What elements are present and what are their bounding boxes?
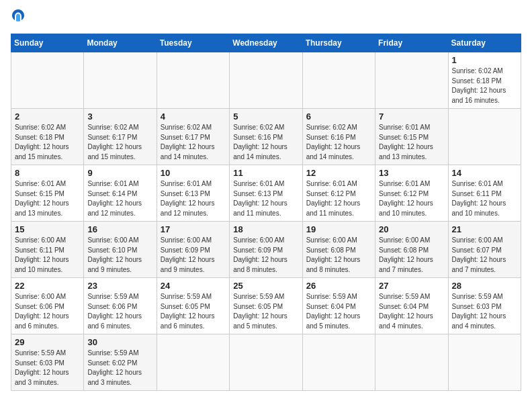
calendar-cell	[448, 334, 521, 391]
calendar-cell: 17Sunrise: 6:00 AM Sunset: 6:09 PM Dayli…	[157, 222, 229, 278]
day-number: 11	[233, 168, 298, 178]
day-number: 17	[161, 224, 226, 234]
day-info: Sunrise: 5:59 AM Sunset: 6:05 PM Dayligh…	[233, 292, 298, 331]
day-number: 12	[306, 168, 371, 178]
day-info: Sunrise: 6:00 AM Sunset: 6:09 PM Dayligh…	[233, 236, 298, 275]
day-info: Sunrise: 6:00 AM Sunset: 6:09 PM Dayligh…	[161, 236, 226, 275]
col-header-sunday: Sunday	[11, 34, 84, 52]
calendar-cell: 8Sunrise: 6:01 AM Sunset: 6:15 PM Daylig…	[11, 165, 84, 222]
calendar-cell: 28Sunrise: 5:59 AM Sunset: 6:03 PM Dayli…	[448, 278, 521, 334]
calendar-cell: 13Sunrise: 6:01 AM Sunset: 6:12 PM Dayli…	[375, 165, 448, 222]
day-info: Sunrise: 6:01 AM Sunset: 6:12 PM Dayligh…	[379, 179, 444, 218]
calendar-cell	[84, 52, 157, 109]
calendar-cell: 5Sunrise: 6:02 AM Sunset: 6:16 PM Daylig…	[230, 109, 302, 165]
calendar-cell: 1Sunrise: 6:02 AM Sunset: 6:18 PM Daylig…	[448, 52, 521, 109]
day-number: 15	[15, 224, 80, 234]
day-number: 2	[15, 111, 80, 122]
calendar-cell: 12Sunrise: 6:01 AM Sunset: 6:12 PM Dayli…	[302, 165, 375, 222]
page-header	[11, 11, 521, 26]
calendar-week-5: 22Sunrise: 6:00 AM Sunset: 6:06 PM Dayli…	[11, 278, 521, 334]
day-number: 7	[379, 111, 444, 122]
calendar-cell	[11, 52, 84, 109]
calendar-cell: 26Sunrise: 5:59 AM Sunset: 6:04 PM Dayli…	[302, 278, 375, 334]
calendar-cell: 11Sunrise: 6:01 AM Sunset: 6:13 PM Dayli…	[230, 165, 302, 222]
day-info: Sunrise: 6:00 AM Sunset: 6:11 PM Dayligh…	[15, 236, 80, 275]
col-header-saturday: Saturday	[448, 34, 521, 52]
day-info: Sunrise: 6:00 AM Sunset: 6:06 PM Dayligh…	[15, 292, 80, 331]
day-info: Sunrise: 5:59 AM Sunset: 6:03 PM Dayligh…	[452, 292, 517, 331]
calendar-cell: 14Sunrise: 6:01 AM Sunset: 6:11 PM Dayli…	[448, 165, 521, 222]
calendar-cell: 23Sunrise: 5:59 AM Sunset: 6:06 PM Dayli…	[84, 278, 157, 334]
day-info: Sunrise: 6:02 AM Sunset: 6:16 PM Dayligh…	[233, 123, 298, 162]
calendar-cell: 15Sunrise: 6:00 AM Sunset: 6:11 PM Dayli…	[11, 222, 84, 278]
calendar-cell	[230, 52, 302, 109]
calendar-cell	[157, 334, 229, 391]
day-number: 18	[233, 224, 298, 234]
calendar-cell: 24Sunrise: 5:59 AM Sunset: 6:05 PM Dayli…	[157, 278, 229, 334]
calendar-week-6: 29Sunrise: 5:59 AM Sunset: 6:03 PM Dayli…	[11, 334, 521, 391]
col-header-thursday: Thursday	[302, 34, 375, 52]
day-number: 9	[87, 168, 152, 178]
day-number: 22	[15, 281, 80, 291]
day-info: Sunrise: 5:59 AM Sunset: 6:05 PM Dayligh…	[161, 292, 226, 331]
calendar-table: SundayMondayTuesdayWednesdayThursdayFrid…	[11, 34, 521, 391]
day-info: Sunrise: 6:01 AM Sunset: 6:11 PM Dayligh…	[452, 179, 517, 218]
calendar-cell: 20Sunrise: 6:00 AM Sunset: 6:08 PM Dayli…	[375, 222, 448, 278]
day-number: 21	[452, 224, 517, 234]
col-header-wednesday: Wednesday	[230, 34, 302, 52]
day-number: 10	[161, 168, 226, 178]
day-number: 28	[452, 281, 517, 291]
day-info: Sunrise: 5:59 AM Sunset: 6:02 PM Dayligh…	[87, 349, 152, 387]
calendar-cell	[230, 334, 302, 391]
calendar-cell	[375, 334, 448, 391]
day-number: 13	[379, 168, 444, 178]
day-number: 26	[306, 281, 371, 291]
day-number: 6	[306, 111, 371, 122]
day-number: 19	[306, 224, 371, 234]
day-info: Sunrise: 6:01 AM Sunset: 6:13 PM Dayligh…	[161, 179, 226, 218]
calendar-cell: 18Sunrise: 6:00 AM Sunset: 6:09 PM Dayli…	[230, 222, 302, 278]
day-info: Sunrise: 6:02 AM Sunset: 6:16 PM Dayligh…	[306, 123, 371, 162]
day-info: Sunrise: 6:01 AM Sunset: 6:15 PM Dayligh…	[15, 179, 80, 218]
day-number: 29	[15, 337, 80, 347]
calendar-cell: 6Sunrise: 6:02 AM Sunset: 6:16 PM Daylig…	[302, 109, 375, 165]
calendar-week-1: 1Sunrise: 6:02 AM Sunset: 6:18 PM Daylig…	[11, 52, 521, 109]
day-info: Sunrise: 6:01 AM Sunset: 6:13 PM Dayligh…	[233, 179, 298, 218]
calendar-cell	[448, 109, 521, 165]
logo	[11, 11, 27, 26]
day-number: 24	[161, 281, 226, 291]
day-number: 1	[452, 55, 517, 65]
calendar-cell: 16Sunrise: 6:00 AM Sunset: 6:10 PM Dayli…	[84, 222, 157, 278]
calendar-cell	[302, 52, 375, 109]
calendar-week-3: 8Sunrise: 6:01 AM Sunset: 6:15 PM Daylig…	[11, 165, 521, 222]
day-info: Sunrise: 6:01 AM Sunset: 6:12 PM Dayligh…	[306, 179, 371, 218]
calendar-cell: 7Sunrise: 6:01 AM Sunset: 6:15 PM Daylig…	[375, 109, 448, 165]
day-info: Sunrise: 6:00 AM Sunset: 6:08 PM Dayligh…	[306, 236, 371, 275]
calendar-cell: 19Sunrise: 6:00 AM Sunset: 6:08 PM Dayli…	[302, 222, 375, 278]
day-number: 4	[161, 111, 226, 122]
day-info: Sunrise: 6:02 AM Sunset: 6:17 PM Dayligh…	[161, 123, 226, 162]
calendar-cell: 25Sunrise: 5:59 AM Sunset: 6:05 PM Dayli…	[230, 278, 302, 334]
day-number: 14	[452, 168, 517, 178]
day-number: 23	[87, 281, 152, 291]
col-header-tuesday: Tuesday	[157, 34, 229, 52]
calendar-cell: 3Sunrise: 6:02 AM Sunset: 6:17 PM Daylig…	[84, 109, 157, 165]
day-number: 25	[233, 281, 298, 291]
calendar-cell: 29Sunrise: 5:59 AM Sunset: 6:03 PM Dayli…	[11, 334, 84, 391]
day-number: 27	[379, 281, 444, 291]
calendar-cell	[302, 334, 375, 391]
day-info: Sunrise: 5:59 AM Sunset: 6:04 PM Dayligh…	[379, 292, 444, 331]
day-info: Sunrise: 5:59 AM Sunset: 6:04 PM Dayligh…	[306, 292, 371, 331]
calendar-header-row: SundayMondayTuesdayWednesdayThursdayFrid…	[11, 34, 521, 52]
day-number: 3	[87, 111, 152, 122]
col-header-monday: Monday	[84, 34, 157, 52]
calendar-cell: 9Sunrise: 6:01 AM Sunset: 6:14 PM Daylig…	[84, 165, 157, 222]
day-info: Sunrise: 5:59 AM Sunset: 6:03 PM Dayligh…	[15, 349, 80, 387]
calendar-week-2: 2Sunrise: 6:02 AM Sunset: 6:18 PM Daylig…	[11, 109, 521, 165]
calendar-cell: 21Sunrise: 6:00 AM Sunset: 6:07 PM Dayli…	[448, 222, 521, 278]
day-info: Sunrise: 6:02 AM Sunset: 6:17 PM Dayligh…	[87, 123, 152, 162]
day-number: 5	[233, 111, 298, 122]
day-info: Sunrise: 6:02 AM Sunset: 6:18 PM Dayligh…	[452, 66, 517, 105]
day-info: Sunrise: 6:00 AM Sunset: 6:10 PM Dayligh…	[87, 236, 152, 275]
day-info: Sunrise: 6:01 AM Sunset: 6:14 PM Dayligh…	[87, 179, 152, 218]
